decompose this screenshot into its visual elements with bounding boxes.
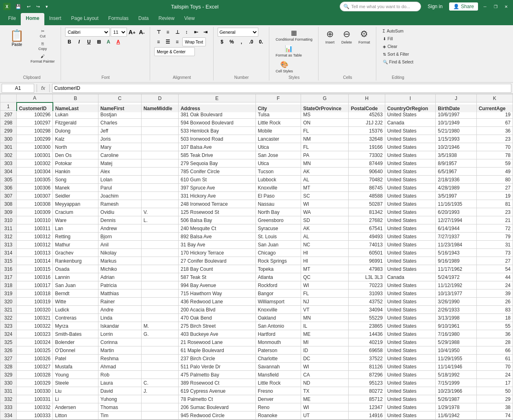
table-row[interactable]: 333100332AndersenThomas206 Sumac Bouleva… [0,403,513,411]
data-cell[interactable]: Song [53,176,98,184]
data-cell[interactable] [141,119,178,127]
data-cell[interactable]: UT [301,411,349,420]
table-row[interactable]: 304100304HankinAlex785 Conifer CircleTuc… [0,168,513,176]
data-cell[interactable]: 587 Teak St [178,273,255,281]
data-cell[interactable]: Topeka [255,265,301,273]
data-cell[interactable]: 5/29/1988 [436,338,476,346]
data-cell[interactable]: 31 [476,241,513,249]
data-cell[interactable]: 27 [476,184,513,192]
data-cell[interactable]: 10/13/1977 [436,289,476,298]
data-cell[interactable]: 125 Rosewood St [178,208,255,216]
data-cell[interactable]: Charles [98,119,141,127]
data-cell[interactable]: AL [301,233,349,241]
data-cell[interactable]: Seidler [53,192,98,200]
data-cell[interactable]: 100299 [17,135,53,143]
col-header-k[interactable]: K [476,94,513,102]
data-cell[interactable]: 3/13/1998 [436,314,476,322]
data-cell[interactable]: Hartford [255,330,301,338]
table-row[interactable]: 309100309CraciumOvidiuV.125 Rosewood StN… [0,208,513,216]
data-cell[interactable]: 2/26/1933 [436,306,476,314]
data-cell[interactable]: Little Rock [255,119,301,127]
table-row[interactable]: 315100314RankenburgMarkus27 Conifer Boul… [0,257,513,265]
data-cell[interactable] [141,281,178,289]
data-cell[interactable]: Mathur [53,241,98,249]
increase-font-button[interactable]: A+ [128,28,137,37]
data-cell[interactable]: Utica [255,143,301,151]
data-cell[interactable]: 17 [476,379,513,387]
data-cell[interactable]: J1J 2J2 [349,119,385,127]
data-cell[interactable]: 503 Ironwood Road [178,135,255,143]
column-header-cell[interactable]: StateOrProvince [301,104,349,112]
data-cell[interactable]: United States [385,151,436,159]
font-size-select[interactable]: 11 [111,28,127,37]
data-cell[interactable]: 61 [476,355,513,363]
data-cell[interactable] [141,306,178,314]
data-cell[interactable]: 100324 [17,338,53,346]
tab-home[interactable]: Home [21,13,44,25]
data-cell[interactable]: Litton [53,411,98,420]
data-cell[interactable]: 24 [476,281,513,289]
data-cell[interactable]: Ahmad [98,363,141,371]
data-cell[interactable] [141,265,178,273]
data-cell[interactable]: 100330 [17,387,53,395]
data-cell[interactable]: Canada [385,273,436,281]
data-cell[interactable]: 4/28/1989 [436,184,476,192]
format-cells-button[interactable]: ⚙ Format [356,28,373,46]
data-cell[interactable]: Denver [255,395,301,403]
redo-qat-button[interactable]: ↪ [35,3,41,10]
data-cell[interactable]: Syracuse [255,224,301,233]
data-cell[interactable]: 7/15/1999 [436,379,476,387]
data-cell[interactable]: San Jose [255,151,301,159]
col-header-a[interactable]: A [17,94,53,102]
merge-center-button[interactable]: Merge & Center [154,47,195,56]
data-cell[interactable]: 945 Redwood Circle [178,411,255,420]
data-cell[interactable] [141,233,178,241]
data-cell[interactable]: Mustafa [53,363,98,371]
data-cell[interactable]: 100319 [17,298,53,306]
data-cell[interactable]: 23865 [349,322,385,330]
table-row[interactable]: 318100317San JuanPatricia994 Bay AvenueR… [0,281,513,289]
data-cell[interactable]: Little Rock [255,379,301,387]
data-cell[interactable]: 100327 [17,363,53,371]
data-cell[interactable]: United States [385,346,436,355]
data-cell[interactable]: 19 [476,192,513,200]
close-button[interactable]: ✕ [502,3,510,10]
data-cell[interactable]: 3/5/1938 [436,151,476,159]
data-cell[interactable]: 6/14/1944 [436,224,476,233]
data-cell[interactable] [141,159,178,168]
data-cell[interactable]: 70482 [349,176,385,184]
data-cell[interactable] [141,363,178,371]
data-cell[interactable] [141,127,178,135]
data-cell[interactable]: 585 Teak Drive [178,151,255,159]
data-cell[interactable]: Alex [98,168,141,176]
data-cell[interactable]: 100328 [17,371,53,379]
cut-button[interactable]: ✂Cut [28,28,57,39]
data-cell[interactable]: Lancaster [255,135,301,143]
data-cell[interactable]: 892 Balsa Ave [178,233,255,241]
data-cell[interactable]: 5/24/1972 [436,273,476,281]
data-cell[interactable]: SD [301,216,349,224]
table-row[interactable]: 307100307SeidlerJoachim331 Hickory AveEl… [0,192,513,200]
data-cell[interactable]: Kalz [53,135,98,143]
table-row[interactable]: 303100302PotokarMatej279 Sequoia BayUtic… [0,159,513,168]
column-header-cell[interactable]: CurrentAge [476,104,513,112]
increase-decimal-button[interactable]: .0 [247,37,256,46]
data-cell[interactable]: MT [301,265,349,273]
data-cell[interactable]: Rob [98,371,141,379]
data-cell[interactable]: Bolender [53,338,98,346]
data-cell[interactable]: United States [385,314,436,322]
data-cell[interactable]: 74 [476,411,513,420]
data-cell[interactable]: Lorrin [98,330,141,338]
data-cell[interactable]: Andrew [98,224,141,233]
table-row[interactable]: 319100318BerndtMatthias715 Hawthorn WayB… [0,289,513,298]
data-cell[interactable]: 74013 [349,241,385,249]
data-cell[interactable]: 23 [476,135,513,143]
data-cell[interactable]: United States [385,395,436,403]
data-cell[interactable]: 6/20/1993 [436,208,476,216]
data-cell[interactable]: V. [141,208,178,216]
data-cell[interactable]: Chicago [255,249,301,257]
data-cell[interactable]: United States [385,233,436,241]
table-row[interactable]: 302100301Den OsCaroline585 Teak DriveSan… [0,151,513,159]
data-cell[interactable]: 100333 [17,411,53,420]
percent-button[interactable]: % [227,37,236,46]
